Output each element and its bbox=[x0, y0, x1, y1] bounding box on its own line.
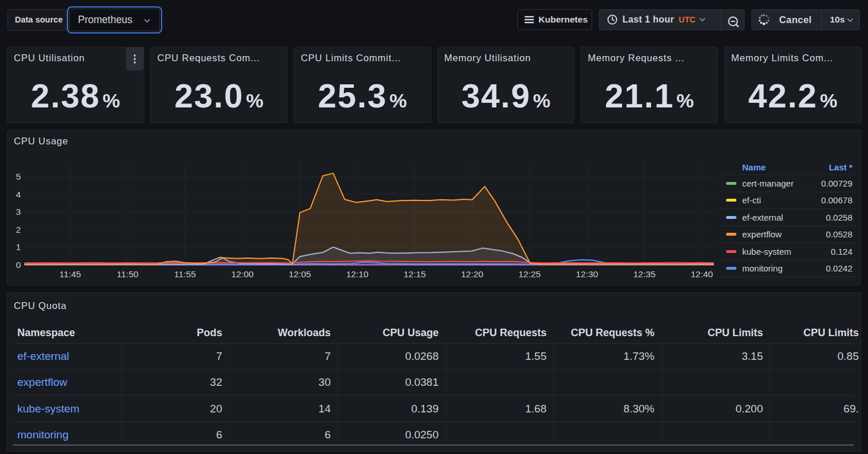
svg-text:12:05: 12:05 bbox=[289, 269, 311, 279]
svg-text:3: 3 bbox=[16, 207, 21, 217]
svg-text:12:40: 12:40 bbox=[691, 269, 713, 279]
svg-text:12:10: 12:10 bbox=[346, 269, 369, 279]
svg-text:12:15: 12:15 bbox=[403, 269, 426, 279]
svg-text:1: 1 bbox=[16, 242, 21, 252]
svg-text:11:50: 11:50 bbox=[117, 269, 139, 279]
svg-text:12:25: 12:25 bbox=[518, 269, 541, 279]
svg-text:0: 0 bbox=[16, 260, 21, 270]
svg-text:4: 4 bbox=[16, 189, 21, 199]
svg-text:2: 2 bbox=[16, 225, 21, 235]
svg-text:12:30: 12:30 bbox=[576, 269, 598, 279]
svg-text:11:55: 11:55 bbox=[174, 269, 196, 279]
svg-text:11:45: 11:45 bbox=[59, 269, 81, 279]
svg-text:12:35: 12:35 bbox=[633, 269, 656, 279]
svg-text:5: 5 bbox=[16, 172, 21, 181]
svg-text:12:00: 12:00 bbox=[231, 269, 254, 279]
svg-text:12:20: 12:20 bbox=[461, 269, 484, 279]
